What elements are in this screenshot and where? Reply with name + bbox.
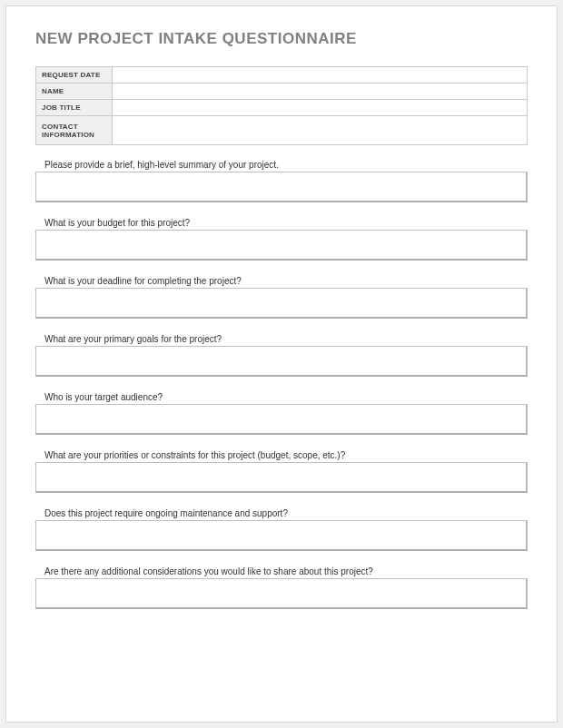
page-title: NEW PROJECT INTAKE QUESTIONNAIRE <box>35 30 528 48</box>
answer-input[interactable] <box>35 230 528 261</box>
question-block: Does this project require ongoing mainte… <box>35 508 528 555</box>
info-row: REQUEST DATE <box>36 67 528 84</box>
info-value[interactable] <box>113 67 528 84</box>
answer-input[interactable] <box>35 404 528 435</box>
info-label: NAME <box>36 84 113 100</box>
info-table: REQUEST DATENAMEJOB TITLECONTACT INFORMA… <box>35 66 528 145</box>
answer-input[interactable] <box>35 578 528 609</box>
question-label: Please provide a brief, high-level summa… <box>35 160 528 172</box>
question-label: Who is your target audience? <box>35 392 528 404</box>
answer-input[interactable] <box>35 520 528 551</box>
document-page: NEW PROJECT INTAKE QUESTIONNAIRE REQUEST… <box>5 5 558 723</box>
answer-input[interactable] <box>35 462 528 493</box>
info-value[interactable] <box>113 116 528 145</box>
info-row: CONTACT INFORMATION <box>36 116 528 145</box>
info-label: JOB TITLE <box>36 100 113 116</box>
question-label: What are your priorities or constraints … <box>35 450 528 462</box>
answer-input[interactable] <box>35 288 528 319</box>
info-row: JOB TITLE <box>36 100 528 116</box>
question-label: Does this project require ongoing mainte… <box>35 508 528 520</box>
question-block: Who is your target audience? <box>35 392 528 438</box>
info-label: CONTACT INFORMATION <box>36 116 113 145</box>
questions-container: Please provide a brief, high-level summa… <box>35 160 528 613</box>
question-block: What is your budget for this project? <box>35 218 528 264</box>
info-label: REQUEST DATE <box>36 67 113 84</box>
question-block: What are your priorities or constraints … <box>35 450 528 497</box>
info-value[interactable] <box>113 84 528 100</box>
question-block: Are there any additional considerations … <box>35 566 528 613</box>
question-label: What is your deadline for completing the… <box>35 276 528 288</box>
question-block: What is your deadline for completing the… <box>35 276 528 322</box>
info-row: NAME <box>36 84 528 100</box>
answer-input[interactable] <box>35 346 528 377</box>
question-label: What are your primary goals for the proj… <box>35 334 528 346</box>
question-label: Are there any additional considerations … <box>35 566 528 578</box>
question-block: What are your primary goals for the proj… <box>35 334 528 380</box>
question-label: What is your budget for this project? <box>35 218 528 230</box>
info-value[interactable] <box>113 100 528 116</box>
answer-input[interactable] <box>35 172 528 202</box>
question-block: Please provide a brief, high-level summa… <box>35 160 528 206</box>
